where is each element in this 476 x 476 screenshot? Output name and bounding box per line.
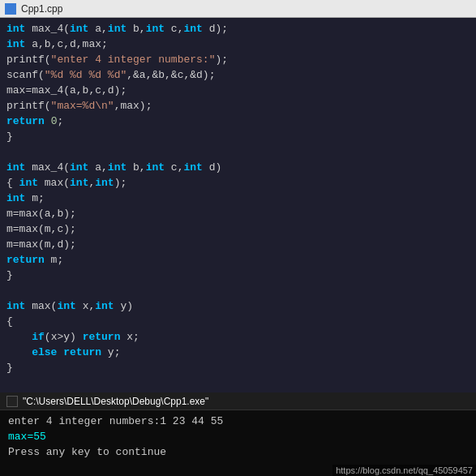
terminal-title-text: "C:\Users\DELL\Desktop\Debug\Cpp1.exe" bbox=[23, 396, 208, 407]
code-line: m=max(a,b); bbox=[0, 206, 476, 221]
title-bar-text: Cpp1.cpp bbox=[21, 3, 62, 15]
code-line: int a,b,c,d,max; bbox=[0, 36, 476, 52]
code-line: printf("enter 4 integer numbers:"); bbox=[0, 52, 476, 67]
code-line: max=max_4(a,b,c,d); bbox=[0, 83, 476, 98]
code-line: m=max(m,d); bbox=[0, 237, 476, 252]
terminal-line-1: enter 4 integer numbers:1 23 44 55 bbox=[8, 414, 468, 429]
code-line: int max(int x,int y) bbox=[0, 298, 476, 314]
code-line: { bbox=[0, 314, 476, 329]
code-line: } bbox=[0, 268, 476, 283]
code-line bbox=[0, 144, 476, 160]
code-line: m=max(m,c); bbox=[0, 221, 476, 237]
title-bar: Cpp1.cpp bbox=[0, 0, 476, 18]
code-line: printf("max=%d\n",max); bbox=[0, 98, 476, 114]
code-line: if(x>y) return x; bbox=[0, 329, 476, 345]
code-line: scanf("%d %d %d %d",&a,&b,&c,&d); bbox=[0, 67, 476, 83]
code-line: int max_4(int a,int b,int c,int d); bbox=[0, 21, 476, 36]
code-line: return m; bbox=[0, 252, 476, 268]
code-line: int m; bbox=[0, 191, 476, 206]
code-line: else return y; bbox=[0, 345, 476, 360]
code-line: { int max(int,int); bbox=[0, 175, 476, 191]
file-icon bbox=[5, 3, 16, 15]
watermark: https://blog.csdn.net/qq_45059457 bbox=[332, 465, 476, 476]
terminal: "C:\Users\DELL\Desktop\Debug\Cpp1.exe" e… bbox=[0, 392, 476, 476]
terminal-line-3: Press any key to continue bbox=[8, 444, 468, 460]
code-line bbox=[0, 283, 476, 298]
terminal-title-bar: "C:\Users\DELL\Desktop\Debug\Cpp1.exe" bbox=[0, 392, 476, 410]
app-container: Cpp1.cpp int max_4(int a,int b,int c,int… bbox=[0, 0, 476, 476]
terminal-line-2: max=55 bbox=[8, 429, 468, 444]
code-line: } bbox=[0, 129, 476, 144]
code-line: return 0; bbox=[0, 114, 476, 129]
code-editor[interactable]: int max_4(int a,int b,int c,int d); int … bbox=[0, 18, 476, 392]
code-line: int max_4(int a,int b,int c,int d) bbox=[0, 160, 476, 175]
code-line: } bbox=[0, 360, 476, 375]
terminal-body: enter 4 integer numbers:1 23 44 55 max=5… bbox=[0, 410, 476, 463]
terminal-icon bbox=[6, 396, 18, 407]
